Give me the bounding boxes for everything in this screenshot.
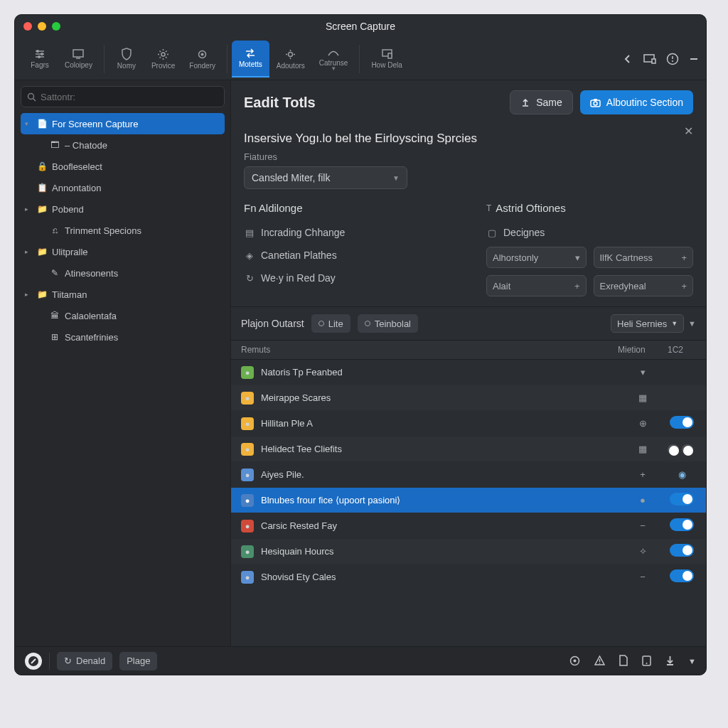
sidebar-item-scantefrinies[interactable]: ⊞Scantefrinies xyxy=(21,326,225,348)
close-section-icon[interactable]: ✕ xyxy=(684,124,693,138)
toggle-switch[interactable] xyxy=(670,518,694,531)
status-separator xyxy=(49,653,50,670)
sidebar-item-calaolentafa[interactable]: 🏛Calaolentafa xyxy=(21,305,225,326)
tree-item-label: Atinesonents xyxy=(65,268,118,279)
app-window: Screen Capture FagrsColoipey NomyProvice… xyxy=(14,14,707,675)
table-row[interactable]: ●Carsic Rested Fay− xyxy=(231,513,706,539)
screen-icon[interactable] xyxy=(643,53,656,65)
eye-icon[interactable]: ◉ xyxy=(678,469,686,480)
table-row[interactable]: ●Hillitan Ple A⊕ xyxy=(231,411,706,437)
toggle-switch[interactable] xyxy=(668,444,679,454)
sidebar-item-pobend[interactable]: ▸📁Pobend xyxy=(21,198,225,220)
toolbar-item-coloipey[interactable]: Coloipey xyxy=(58,41,100,77)
same-button[interactable]: Same xyxy=(510,90,573,114)
svg-rect-25 xyxy=(594,99,597,101)
toolbar-item-nomy[interactable]: Nomy xyxy=(109,41,144,77)
search-input[interactable] xyxy=(21,86,225,107)
option-decignes[interactable]: ▢ Decignes xyxy=(486,221,693,244)
chip-teinbolal[interactable]: Teinbolal xyxy=(358,314,418,333)
toolbar-item-motetts[interactable]: Motetts xyxy=(232,41,269,77)
table-row[interactable]: ●Hesiquain Hourcs✧ xyxy=(231,539,706,564)
close-window-button[interactable] xyxy=(23,22,32,31)
toolbar-item-fondery[interactable]: Fondery xyxy=(182,41,223,77)
upload-icon xyxy=(520,97,530,107)
chevron-down-icon[interactable]: ▼ xyxy=(688,319,696,328)
minimize-icon[interactable] xyxy=(689,54,699,64)
chevron-down-icon[interactable]: ▼ xyxy=(688,657,696,665)
field-alait[interactable]: Alait+ xyxy=(486,275,587,296)
row-action-icon[interactable]: ⊕ xyxy=(618,418,668,429)
toggle-switch[interactable] xyxy=(670,544,694,557)
table-row[interactable]: ●Shovisd Ety Cales− xyxy=(231,564,706,590)
caret-icon: ▸ xyxy=(25,248,32,255)
toggle-switch[interactable] xyxy=(670,416,694,429)
row-action-icon[interactable]: − xyxy=(618,520,668,531)
plage-pill[interactable]: Plage xyxy=(119,652,157,670)
document-icon[interactable] xyxy=(619,655,628,667)
option-incrading-chhange[interactable]: ▤Incrading Chhange xyxy=(244,221,451,244)
caret-icon: ▸ xyxy=(25,291,32,298)
search-icon xyxy=(27,92,36,102)
sidebar-item-ulitpralle[interactable]: ▸📁Ulitpralle xyxy=(21,241,225,262)
denald-pill[interactable]: ↻ Denald xyxy=(57,652,112,670)
toggle-switch[interactable] xyxy=(670,493,694,505)
row-action-icon[interactable]: − xyxy=(618,572,668,582)
warning-icon[interactable] xyxy=(594,655,606,667)
sidebar-item--chatode[interactable]: 🗔– Chatode xyxy=(21,134,225,156)
row-action-icon[interactable]: + xyxy=(618,469,668,480)
target-icon[interactable] xyxy=(569,655,581,667)
table-row[interactable]: ●Meirappe Scares▦ xyxy=(231,385,706,411)
option-canetian-plathes[interactable]: ◈Canetian Plathes xyxy=(244,244,451,267)
plus-icon[interactable]: + xyxy=(681,252,687,263)
opt-icon: ↻ xyxy=(244,273,255,284)
svg-point-4 xyxy=(41,53,43,55)
row-action-icon[interactable]: ▦ xyxy=(618,392,668,403)
series-selector[interactable]: Heli Sernies ▼ xyxy=(611,314,684,333)
status-indicator-icon[interactable] xyxy=(25,653,42,670)
toggle-switch[interactable] xyxy=(682,444,693,454)
minimize-window-button[interactable] xyxy=(38,22,46,31)
row-action-icon[interactable]: ▾ xyxy=(618,367,668,378)
table-row[interactable]: ●Blnubes frour fice ⟨upoort pasioni⟩● xyxy=(231,488,706,513)
toolbar-item-provice[interactable]: Provice xyxy=(144,41,182,77)
sidebar-item-for-screenn-capture[interactable]: ▾📄For Screenn Capture xyxy=(21,113,225,134)
toggle-switch[interactable] xyxy=(670,569,694,582)
field-alhorstonly[interactable]: Alhorstonly▾ xyxy=(486,247,587,268)
option-we-y-in-red-day[interactable]: ↻We·y in Red Day xyxy=(244,267,451,289)
row-action-icon[interactable]: ✧ xyxy=(618,546,668,557)
item-icon: 🗔 xyxy=(49,140,60,150)
toolbar-item-adoutors[interactable]: Adoutors xyxy=(269,41,312,77)
toolbar-item-catrunse[interactable]: Catrunse▼ xyxy=(312,41,355,77)
search-field[interactable] xyxy=(41,92,218,102)
plus-icon[interactable]: + xyxy=(574,281,580,291)
table-row[interactable]: ●Aiyes Pile.+◉ xyxy=(231,462,706,488)
tree-item-label: For Screenn Capture xyxy=(52,119,138,129)
table-row[interactable]: ●Helidect Tee Cliefits▦ xyxy=(231,437,706,462)
item-icon: ✎ xyxy=(49,268,60,278)
sidebar-item-annontation[interactable]: 📋Annontation xyxy=(21,177,225,198)
sidebar-item-tiitaman[interactable]: ▸📁Tiitaman xyxy=(21,284,225,305)
field-ilfk-cartness[interactable]: IlfK Cartness+ xyxy=(594,247,694,268)
features-dropdown[interactable]: Cansled Miter, filk ▼ xyxy=(244,166,407,189)
table-row[interactable]: ●Natoris Tp Feanbed▾ xyxy=(231,360,706,385)
device-icon[interactable] xyxy=(641,655,652,667)
sidebar-tree: ▾📄For Screenn Capture🗔– Chatode🔒Booflese… xyxy=(21,113,225,348)
toolbar-item-how dela[interactable]: How Dela xyxy=(364,41,409,77)
col-name: Remuts xyxy=(241,345,618,355)
back-icon[interactable] xyxy=(622,53,633,65)
sidebar-item-atinesonents[interactable]: ✎Atinesonents xyxy=(21,262,225,284)
download-icon[interactable] xyxy=(665,655,675,667)
field-exredyheal[interactable]: Exredyheal+ xyxy=(594,275,694,296)
toolbar-item-fagrs[interactable]: Fagrs xyxy=(22,41,58,77)
primary-action-button[interactable]: Alboutinc Section xyxy=(580,90,693,114)
chevron-down-icon[interactable]: ▾ xyxy=(575,252,580,263)
plus-icon[interactable]: + xyxy=(681,281,687,291)
sidebar-item-trinment-specions[interactable]: ⎌Trinment Specions xyxy=(21,220,225,241)
caret-icon: ▸ xyxy=(25,205,32,213)
sidebar-item-boofleselect[interactable]: 🔒Boofleselect xyxy=(21,156,225,177)
info-icon[interactable] xyxy=(666,53,679,65)
chip-lite[interactable]: Lite xyxy=(311,314,350,333)
maximize-window-button[interactable] xyxy=(52,22,60,31)
row-action-icon[interactable]: ● xyxy=(618,495,668,505)
row-action-icon[interactable]: ▦ xyxy=(618,444,668,454)
